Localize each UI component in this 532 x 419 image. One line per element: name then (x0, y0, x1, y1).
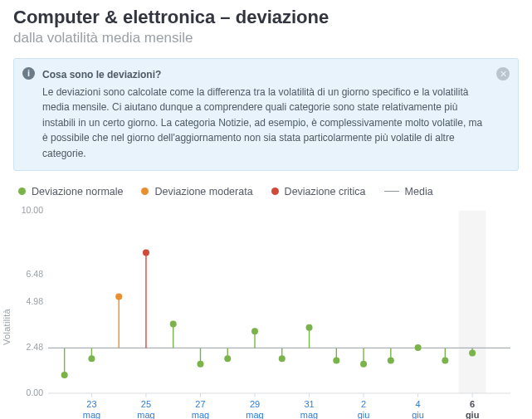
dot-icon (271, 188, 279, 195)
data-point[interactable] (115, 293, 122, 300)
x-tick-sub: mag (300, 410, 318, 419)
y-tick-label: 4.98 (27, 296, 44, 306)
data-point[interactable] (61, 372, 68, 378)
data-point[interactable] (415, 344, 422, 351)
legend-label: Media (405, 186, 433, 197)
legend-label: Deviazione moderata (154, 186, 252, 197)
line-icon (384, 191, 399, 192)
legend-media: Media (384, 186, 433, 197)
data-point[interactable] (333, 357, 339, 363)
legend-moderate: Deviazione moderata (141, 186, 252, 197)
y-tick-label: 6.48 (27, 269, 44, 279)
info-icon: i (22, 67, 35, 80)
x-tick-sub: mag (246, 410, 263, 419)
legend-critical: Deviazione critica (271, 186, 366, 197)
x-tick-label: 25 (141, 399, 151, 409)
x-tick-label: 2 (361, 399, 366, 409)
data-point[interactable] (251, 328, 258, 334)
info-box: i ✕ Cosa sono le deviazioni? Le deviazio… (13, 58, 519, 171)
data-point[interactable] (306, 324, 313, 330)
chart-legend: Deviazione normale Deviazione moderata D… (13, 186, 519, 197)
x-tick-label: 29 (250, 399, 260, 409)
x-tick-sub: giu (466, 410, 480, 419)
x-tick-sub: giu (412, 410, 424, 419)
dot-icon (18, 188, 26, 195)
y-tick-label: 0.00 (27, 387, 44, 397)
x-tick-label: 27 (195, 399, 205, 409)
data-point[interactable] (388, 357, 394, 363)
data-point[interactable] (442, 357, 448, 363)
page-subtitle: dalla volatilità media mensile (13, 30, 519, 46)
x-tick-label: 31 (304, 399, 314, 409)
info-body: Le deviazioni sono calcolate come la dif… (42, 85, 490, 162)
chart-svg: 0.002.484.986.4810.0023mag25mag27mag29ma… (13, 202, 519, 419)
legend-label: Deviazione critica (285, 186, 366, 197)
x-tick-sub: mag (137, 410, 154, 419)
data-point[interactable] (170, 320, 177, 327)
y-tick-label: 10.00 (22, 205, 43, 215)
legend-label: Deviazione normale (32, 186, 123, 197)
highlight-band (459, 211, 486, 393)
chart-area: Volatilità 0.002.484.986.4810.0023mag25m… (13, 202, 519, 419)
close-icon[interactable]: ✕ (496, 67, 510, 80)
dot-icon (141, 188, 149, 195)
x-tick-label: 23 (86, 399, 96, 409)
x-tick-sub: mag (83, 410, 100, 419)
x-tick-sub: giu (358, 410, 370, 419)
x-tick-label: 4 (416, 399, 421, 409)
y-axis-label: Volatilità (2, 309, 12, 345)
info-question: Cosa sono le deviazioni? (42, 67, 490, 83)
page-title: Computer & elettronica – deviazione (13, 7, 519, 28)
data-point[interactable] (88, 355, 95, 362)
y-tick-label: 2.48 (27, 342, 44, 352)
data-point[interactable] (279, 355, 286, 362)
data-point[interactable] (360, 360, 367, 367)
legend-normal: Deviazione normale (18, 186, 123, 197)
x-tick-label: 6 (470, 399, 475, 409)
data-point[interactable] (224, 355, 231, 362)
x-tick-sub: mag (192, 410, 209, 419)
data-point[interactable] (197, 360, 203, 367)
data-point[interactable] (469, 349, 476, 356)
data-point[interactable] (143, 249, 149, 256)
